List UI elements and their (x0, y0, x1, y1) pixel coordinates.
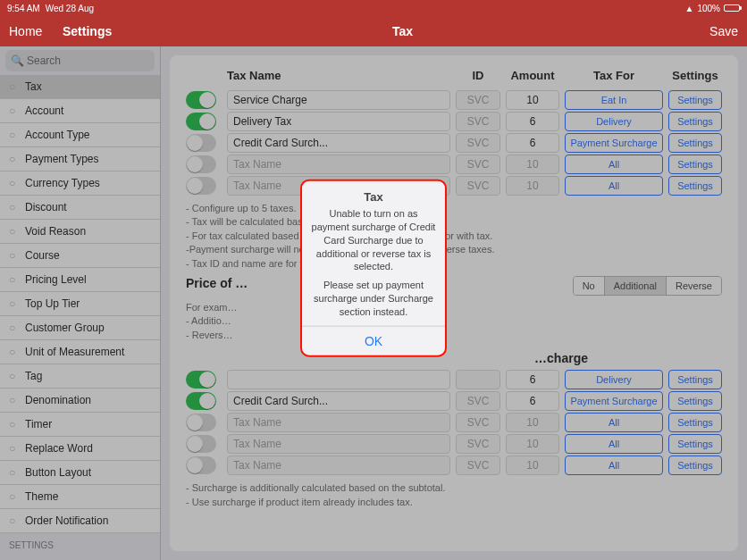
sidebar-title: Settings (63, 24, 112, 38)
alert-dialog: Tax Unable to turn on as payment surchar… (300, 180, 447, 357)
save-button[interactable]: Save (693, 24, 738, 38)
alert-body-2: Please set up payment surcharge under Su… (311, 279, 436, 319)
nav-bar: Home Settings Tax Save (0, 16, 747, 46)
home-button[interactable]: Home (9, 24, 63, 38)
battery-icon (724, 4, 740, 12)
battery-pct: 100% (697, 4, 720, 13)
status-time: 9:54 AM (7, 4, 40, 13)
status-date: Wed 28 Aug (46, 4, 94, 13)
status-bar: 9:54 AM Wed 28 Aug ▲ 100% (0, 0, 747, 16)
alert-title: Tax (302, 181, 445, 204)
wifi-icon: ▲ (685, 4, 694, 13)
alert-ok-button[interactable]: OK (302, 325, 445, 355)
page-title: Tax (112, 24, 693, 38)
alert-body-1: Unable to turn on as payment surcharge o… (311, 207, 436, 273)
